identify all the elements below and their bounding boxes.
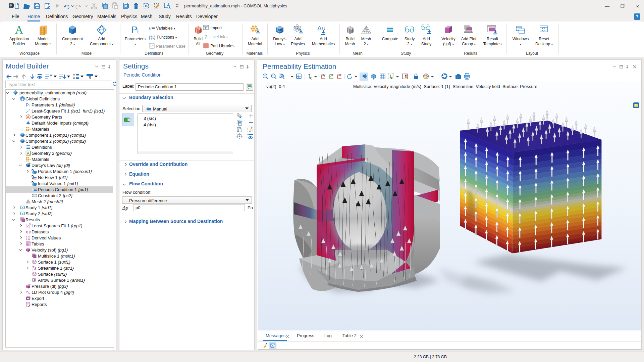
svg-text:A: A <box>15 24 23 36</box>
svg-text:): ) <box>154 35 155 40</box>
svg-text:A: A <box>27 115 30 119</box>
svg-text:A: A <box>27 151 30 156</box>
svg-text:Δ: Δ <box>317 25 322 32</box>
svg-text:xz: xz <box>338 73 342 77</box>
svg-text:8.85: 8.85 <box>26 235 30 238</box>
svg-text:P: P <box>131 25 138 35</box>
svg-text:u: u <box>322 25 326 32</box>
svg-text:P: P <box>26 102 29 107</box>
svg-text:yz: yz <box>330 73 334 77</box>
svg-text:Pi: Pi <box>150 44 154 48</box>
svg-text:i: i <box>29 104 30 107</box>
svg-text:a: a <box>149 25 152 31</box>
svg-text:xy: xy <box>322 73 326 77</box>
svg-text:i: i <box>137 27 139 34</box>
svg-text:e-12: e-12 <box>26 238 30 240</box>
svg-text:x: x <box>152 35 154 40</box>
